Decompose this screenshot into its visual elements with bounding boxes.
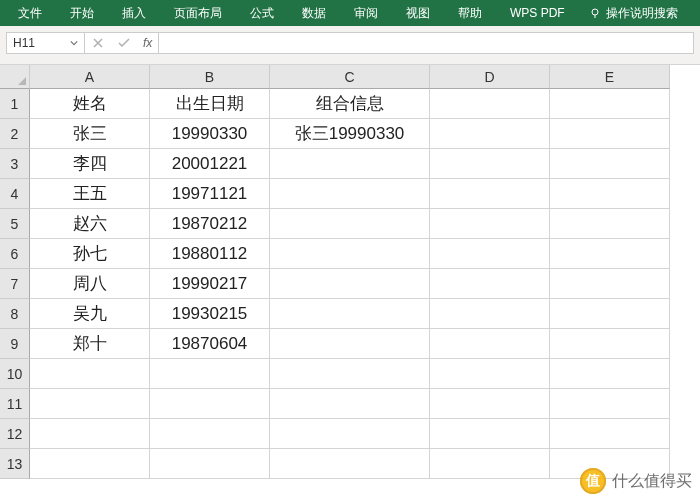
cell-C1[interactable]: 组合信息: [270, 89, 430, 119]
cell-A13[interactable]: [30, 449, 150, 479]
cell-C4[interactable]: [270, 179, 430, 209]
cell-E5[interactable]: [550, 209, 670, 239]
cell-D7[interactable]: [430, 269, 550, 299]
column-header-C[interactable]: C: [270, 65, 430, 89]
cell-A2[interactable]: 张三: [30, 119, 150, 149]
cell-A9[interactable]: 郑十: [30, 329, 150, 359]
cell-E1[interactable]: [550, 89, 670, 119]
ribbon-tab-9[interactable]: WPS PDF: [496, 0, 579, 26]
cell-B6[interactable]: 19880112: [150, 239, 270, 269]
cell-E6[interactable]: [550, 239, 670, 269]
cell-A11[interactable]: [30, 389, 150, 419]
cell-D1[interactable]: [430, 89, 550, 119]
cell-B12[interactable]: [150, 419, 270, 449]
cell-C13[interactable]: [270, 449, 430, 479]
cell-A7[interactable]: 周八: [30, 269, 150, 299]
row-header-2[interactable]: 2: [0, 119, 30, 149]
tell-me-search[interactable]: 操作说明搜索: [579, 0, 688, 26]
cell-C7[interactable]: [270, 269, 430, 299]
cell-E12[interactable]: [550, 419, 670, 449]
row-header-8[interactable]: 8: [0, 299, 30, 329]
column-header-B[interactable]: B: [150, 65, 270, 89]
cell-B5[interactable]: 19870212: [150, 209, 270, 239]
column-header-D[interactable]: D: [430, 65, 550, 89]
cell-C10[interactable]: [270, 359, 430, 389]
row-header-11[interactable]: 11: [0, 389, 30, 419]
row-header-10[interactable]: 10: [0, 359, 30, 389]
cell-D3[interactable]: [430, 149, 550, 179]
row-header-9[interactable]: 9: [0, 329, 30, 359]
cell-C2[interactable]: 张三19990330: [270, 119, 430, 149]
cell-E3[interactable]: [550, 149, 670, 179]
accept-formula-button[interactable]: [111, 33, 137, 53]
ribbon-tab-6[interactable]: 审阅: [340, 0, 392, 26]
cell-B3[interactable]: 20001221: [150, 149, 270, 179]
cell-A3[interactable]: 李四: [30, 149, 150, 179]
formula-input[interactable]: [159, 33, 693, 53]
cell-D10[interactable]: [430, 359, 550, 389]
cell-C6[interactable]: [270, 239, 430, 269]
cell-E10[interactable]: [550, 359, 670, 389]
cell-A10[interactable]: [30, 359, 150, 389]
ribbon-tab-5[interactable]: 数据: [288, 0, 340, 26]
row-header-13[interactable]: 13: [0, 449, 30, 479]
ribbon-tab-2[interactable]: 插入: [108, 0, 160, 26]
cell-B11[interactable]: [150, 389, 270, 419]
fx-label[interactable]: fx: [137, 36, 158, 50]
cell-E8[interactable]: [550, 299, 670, 329]
cell-C8[interactable]: [270, 299, 430, 329]
cell-D13[interactable]: [430, 449, 550, 479]
cell-B4[interactable]: 19971121: [150, 179, 270, 209]
cell-D9[interactable]: [430, 329, 550, 359]
select-all-corner[interactable]: [0, 65, 30, 89]
ribbon-tab-1[interactable]: 开始: [56, 0, 108, 26]
ribbon-tab-4[interactable]: 公式: [236, 0, 288, 26]
cell-A5[interactable]: 赵六: [30, 209, 150, 239]
ribbon-tab-8[interactable]: 帮助: [444, 0, 496, 26]
cancel-formula-button[interactable]: [85, 33, 111, 53]
cell-D4[interactable]: [430, 179, 550, 209]
cell-D2[interactable]: [430, 119, 550, 149]
row-header-3[interactable]: 3: [0, 149, 30, 179]
cell-E4[interactable]: [550, 179, 670, 209]
cell-B7[interactable]: 19990217: [150, 269, 270, 299]
ribbon-tab-0[interactable]: 文件: [4, 0, 56, 26]
ribbon-tab-3[interactable]: 页面布局: [160, 0, 236, 26]
row-header-6[interactable]: 6: [0, 239, 30, 269]
cell-A12[interactable]: [30, 419, 150, 449]
cell-D12[interactable]: [430, 419, 550, 449]
cell-E11[interactable]: [550, 389, 670, 419]
cell-E7[interactable]: [550, 269, 670, 299]
name-box[interactable]: H11: [7, 33, 85, 53]
spreadsheet-grid[interactable]: ABCDE1姓名出生日期组合信息2张三19990330张三199903303李四…: [0, 65, 700, 499]
cell-D8[interactable]: [430, 299, 550, 329]
cell-A8[interactable]: 吴九: [30, 299, 150, 329]
cell-D6[interactable]: [430, 239, 550, 269]
column-header-E[interactable]: E: [550, 65, 670, 89]
cell-C11[interactable]: [270, 389, 430, 419]
cell-B13[interactable]: [150, 449, 270, 479]
cell-C9[interactable]: [270, 329, 430, 359]
cell-D5[interactable]: [430, 209, 550, 239]
cell-C5[interactable]: [270, 209, 430, 239]
cell-B10[interactable]: [150, 359, 270, 389]
cell-E9[interactable]: [550, 329, 670, 359]
column-header-A[interactable]: A: [30, 65, 150, 89]
row-header-12[interactable]: 12: [0, 419, 30, 449]
cell-C12[interactable]: [270, 419, 430, 449]
cell-B8[interactable]: 19930215: [150, 299, 270, 329]
cell-C3[interactable]: [270, 149, 430, 179]
ribbon-tab-7[interactable]: 视图: [392, 0, 444, 26]
cell-D11[interactable]: [430, 389, 550, 419]
row-header-7[interactable]: 7: [0, 269, 30, 299]
row-header-5[interactable]: 5: [0, 209, 30, 239]
cell-B1[interactable]: 出生日期: [150, 89, 270, 119]
row-header-4[interactable]: 4: [0, 179, 30, 209]
cell-E2[interactable]: [550, 119, 670, 149]
cell-A6[interactable]: 孙七: [30, 239, 150, 269]
row-header-1[interactable]: 1: [0, 89, 30, 119]
cell-A1[interactable]: 姓名: [30, 89, 150, 119]
cell-B2[interactable]: 19990330: [150, 119, 270, 149]
cell-B9[interactable]: 19870604: [150, 329, 270, 359]
cell-A4[interactable]: 王五: [30, 179, 150, 209]
